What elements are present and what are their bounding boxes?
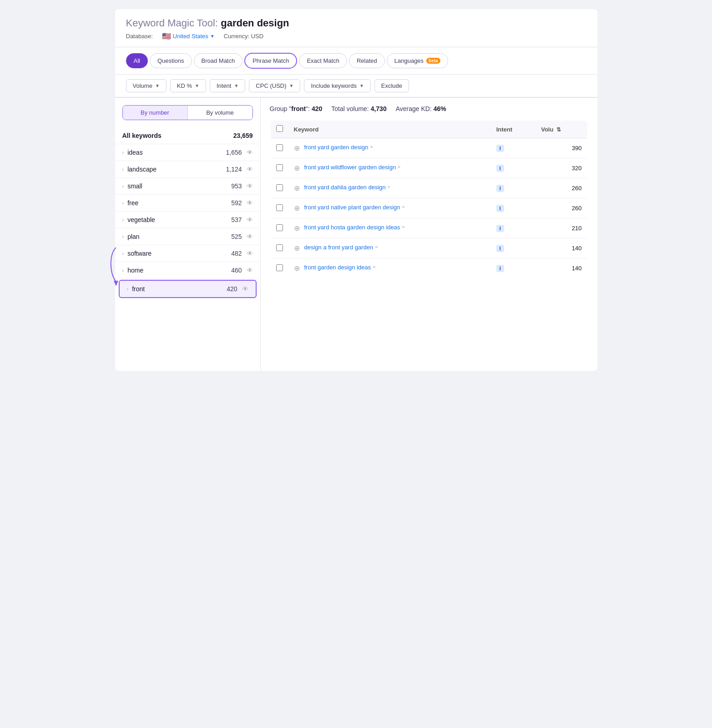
eye-icon[interactable]: 👁 [247, 199, 253, 207]
eye-icon[interactable]: 👁 [247, 233, 253, 240]
tab-all[interactable]: All [126, 53, 148, 68]
intent-cell: I [491, 158, 536, 178]
plus-icon: ⊕ [294, 184, 300, 192]
list-item[interactable]: › ideas 1,656 👁 [115, 144, 260, 161]
list-item[interactable]: › software 482 👁 [115, 245, 260, 262]
intent-column-header: Intent [491, 120, 536, 138]
intent-badge: I [496, 185, 504, 192]
tab-phrase-match[interactable]: Phrase Match [244, 53, 297, 69]
sort-by-volume-button[interactable]: By volume [188, 106, 252, 120]
row-checkbox-cell[interactable] [270, 138, 288, 158]
header-meta: Database: 🇺🇸 United States ▼ Currency: U… [126, 32, 586, 40]
double-arrow-icon: » [402, 204, 405, 209]
list-item[interactable]: › landscape 1,124 👁 [115, 161, 260, 178]
chevron-right-icon: › [122, 183, 124, 189]
filter-volume[interactable]: Volume ▼ [126, 79, 167, 92]
intent-badge: I [496, 165, 504, 172]
plus-icon: ⊕ [294, 244, 300, 253]
intent-badge: I [496, 145, 504, 152]
sort-by-number-button[interactable]: By number [123, 106, 188, 120]
filter-intent[interactable]: Intent ▼ [210, 79, 245, 92]
currency-label: Currency: USD [224, 33, 263, 40]
eye-icon[interactable]: 👁 [247, 216, 253, 223]
eye-icon[interactable]: 👁 [247, 250, 253, 257]
list-item[interactable]: › vegetable 537 👁 [115, 212, 260, 228]
database-selector[interactable]: 🇺🇸 United States ▼ [162, 32, 215, 40]
filter-exclude[interactable]: Exclude [374, 79, 409, 92]
row-checkbox[interactable] [276, 184, 283, 191]
keyword-link[interactable]: front yard dahlia garden design [304, 184, 386, 191]
tab-languages[interactable]: Languages beta [387, 53, 448, 68]
tab-exact-match[interactable]: Exact Match [299, 53, 347, 68]
list-item-front-selected[interactable]: › front 420 👁 [119, 280, 257, 298]
keyword-cell: ⊕ design a front yard garden » [288, 238, 491, 258]
chevron-right-icon: › [122, 150, 124, 155]
table-row: ⊕ front yard dahlia garden design » I 26… [270, 178, 588, 198]
eye-icon[interactable]: 👁 [242, 285, 248, 293]
row-checkbox-cell[interactable] [270, 238, 288, 258]
group-stat-name: Group "front": 420 [270, 105, 323, 112]
row-checkbox[interactable] [276, 264, 283, 271]
keyword-cell: ⊕ front yard hosta garden design ideas » [288, 218, 491, 238]
chevron-down-icon: ▼ [210, 34, 215, 39]
row-checkbox-cell[interactable] [270, 178, 288, 198]
keyword-link[interactable]: design a front yard garden [304, 244, 374, 251]
list-item[interactable]: › small 953 👁 [115, 178, 260, 195]
tab-broad-match[interactable]: Broad Match [194, 53, 243, 68]
list-item[interactable]: › plan 525 👁 [115, 228, 260, 245]
intent-cell: I [491, 178, 536, 198]
chevron-down-icon: ▼ [359, 83, 364, 88]
row-checkbox-cell[interactable] [270, 158, 288, 178]
filter-row: Volume ▼ KD % ▼ Intent ▼ CPC (USD) ▼ Inc… [115, 75, 597, 98]
row-checkbox-cell[interactable] [270, 198, 288, 218]
row-checkbox-cell[interactable] [270, 218, 288, 238]
tab-questions[interactable]: Questions [150, 53, 192, 68]
row-checkbox[interactable] [276, 244, 283, 251]
keyword-link[interactable]: front yard garden design [304, 144, 369, 151]
chevron-right-icon: › [127, 286, 129, 292]
intent-badge: I [496, 225, 504, 232]
list-item[interactable]: › home 460 👁 [115, 262, 260, 279]
page-title: Keyword Magic Tool: garden design [126, 17, 586, 29]
table-row: ⊕ front yard garden design » I 390 [270, 138, 588, 158]
keyword-link[interactable]: front yard wildflower garden design [304, 164, 396, 171]
volume-cell: 140 [535, 258, 587, 279]
filter-include-keywords[interactable]: Include keywords ▼ [304, 79, 370, 92]
keyword-link[interactable]: front yard native plant garden design [304, 204, 400, 211]
chevron-down-icon: ▼ [195, 83, 199, 88]
keyword-link[interactable]: front yard hosta garden design ideas [304, 224, 400, 231]
select-all-checkbox[interactable] [276, 125, 283, 132]
tab-related[interactable]: Related [349, 53, 385, 68]
keyword-link[interactable]: front garden design ideas [304, 264, 371, 271]
keyword-cell: ⊕ front garden design ideas » [288, 258, 491, 279]
right-panel: Group "front": 420 Total volume: 4,730 A… [261, 98, 597, 371]
double-arrow-icon: » [402, 224, 405, 229]
list-item[interactable]: › free 592 👁 [115, 195, 260, 212]
beta-badge: beta [426, 58, 440, 64]
volume-cell: 260 [535, 198, 587, 218]
chevron-right-icon: › [122, 268, 124, 273]
chevron-down-icon: ▼ [234, 83, 238, 88]
row-checkbox[interactable] [276, 204, 283, 211]
all-keywords-label: All keywords [122, 132, 162, 139]
select-all-header[interactable] [270, 120, 288, 138]
eye-icon[interactable]: 👁 [247, 182, 253, 190]
filter-kd[interactable]: KD % ▼ [170, 79, 206, 92]
row-checkbox-cell[interactable] [270, 258, 288, 279]
table-row: ⊕ front yard hosta garden design ideas »… [270, 218, 588, 238]
chevron-down-icon: ▼ [155, 83, 160, 88]
plus-icon: ⊕ [294, 204, 300, 212]
row-checkbox[interactable] [276, 144, 283, 151]
keyword-cell: ⊕ front yard dahlia garden design » [288, 178, 491, 198]
eye-icon[interactable]: 👁 [247, 149, 253, 156]
row-checkbox[interactable] [276, 224, 283, 231]
eye-icon[interactable]: 👁 [247, 267, 253, 274]
plus-icon: ⊕ [294, 224, 300, 233]
filter-cpc[interactable]: CPC (USD) ▼ [249, 79, 300, 92]
intent-cell: I [491, 198, 536, 218]
volume-column-header[interactable]: Volu ⇅ [535, 120, 587, 138]
row-checkbox[interactable] [276, 164, 283, 171]
chevron-right-icon: › [122, 200, 124, 206]
tabs-row: All Questions Broad Match Phrase Match E… [115, 47, 597, 75]
eye-icon[interactable]: 👁 [247, 166, 253, 173]
